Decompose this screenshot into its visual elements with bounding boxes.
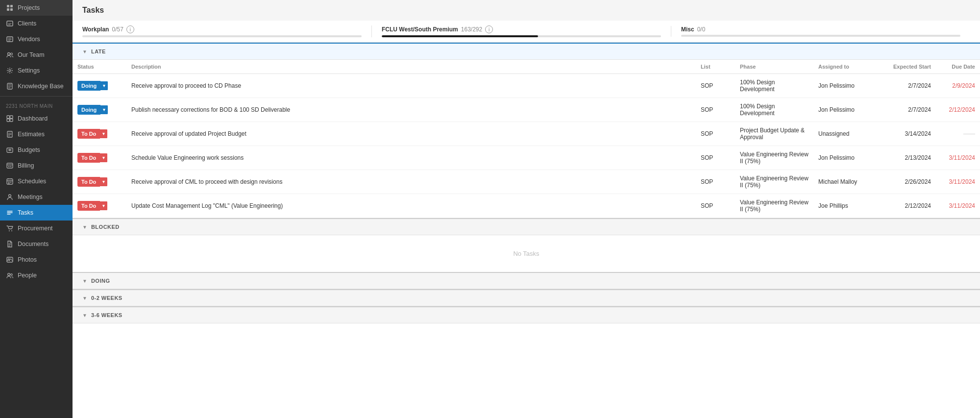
svg-point-8 [9,70,11,72]
svg-rect-15 [7,148,13,152]
col-header-start: Expected Start [882,60,936,74]
chevron-down-icon: ▼ [82,49,87,54]
sidebar-item-tasks[interactable]: Tasks [0,205,73,221]
sidebar-item-procurement[interactable]: Procurement [0,221,73,236]
due-date-value: 3/11/2024 [949,202,975,209]
sidebar-item-budgets[interactable]: Budgets [0,142,73,158]
main-content: Tasks Workplan 0/57 i FCLU West/South Pr… [73,0,980,418]
billing-icon [6,162,14,170]
section-weeks36-label: 3-6 WEEKS [91,312,122,318]
team-icon [6,51,14,59]
status-badge-3[interactable]: To Do ▾ [77,153,107,163]
table-row: To Do ▾ Receive approval of CML to proce… [73,170,980,194]
schedules-icon [6,177,14,185]
project-section-label: 2231 NORTH MAIN [0,98,73,111]
col-header-phase: Phase [735,60,813,74]
task-start-cell: 2/26/2024 [882,170,936,194]
section-weeks02-header[interactable]: ▼ 0-2 WEEKS [73,289,980,306]
status-badge-1[interactable]: Doing ▾ [77,105,108,115]
task-phase-cell: Value Engineering Review II (75%) [735,194,813,218]
section-doing-header[interactable]: ▼ DOING [73,272,980,289]
sidebar-item-label: Procurement [18,225,53,232]
sidebar-item-photos[interactable]: Photos [0,252,73,268]
svg-rect-18 [7,179,13,184]
task-phase-cell: Value Engineering Review II (75%) [735,170,813,194]
chevron-down-icon-blocked: ▼ [82,224,87,230]
sidebar-item-clients[interactable]: Clients [0,16,73,31]
task-start-cell: 3/14/2024 [882,122,936,146]
task-description-cell: Schedule Value Engineering work sessions [126,146,696,170]
col-header-description: Description [126,60,696,74]
svg-rect-10 [7,116,10,119]
chevron-down-icon-weeks36: ▼ [82,313,87,318]
section-late-label: LATE [91,49,106,54]
status-badge-dropdown[interactable]: ▾ [100,201,107,210]
svg-point-7 [11,53,13,55]
section-blocked-header[interactable]: ▼ BLOCKED [73,218,980,235]
section-late-header[interactable]: ▼ LATE [73,43,980,60]
task-list-cell: SOP [696,98,735,122]
status-badge-4[interactable]: To Do ▾ [77,177,107,187]
sidebar-item-meetings[interactable]: Meetings [0,189,73,205]
svg-point-25 [11,274,13,276]
workplan-info-icon[interactable]: i [126,25,134,33]
sidebar-item-dashboard[interactable]: Dashboard [0,111,73,126]
task-status-cell: To Do ▾ [73,170,126,194]
fclu-info-icon[interactable]: i [485,25,493,33]
status-badge-dropdown[interactable]: ▾ [100,129,107,138]
task-status-cell: Doing ▾ [73,74,126,98]
workplan-count: 0/57 [112,26,123,33]
no-tasks-blocked: No Tasks [73,235,980,272]
task-due-cell: 2/9/2024 [936,74,980,98]
svg-rect-11 [10,116,13,119]
sidebar-item-vendors[interactable]: Vendors [0,31,73,47]
sidebar-item-our-team[interactable]: Our Team [0,47,73,63]
sidebar-item-billing[interactable]: Billing [0,158,73,173]
task-start-cell: 2/12/2024 [882,194,936,218]
task-due-cell: 3/11/2024 [936,194,980,218]
status-badge-dropdown[interactable]: ▾ [100,105,108,114]
status-badge-label: Doing [77,105,100,115]
svg-point-24 [8,273,10,276]
sidebar-item-projects[interactable]: Projects [0,0,73,16]
chevron-down-icon-weeks02: ▼ [82,295,87,301]
task-phase-cell: Value Engineering Review II (75%) [735,146,813,170]
divider [0,96,73,97]
task-list-cell: SOP [696,194,735,218]
status-badge-dropdown[interactable]: ▾ [100,81,108,90]
task-status-cell: To Do ▾ [73,146,126,170]
sidebar-item-label: Meetings [18,194,43,200]
status-badge-dropdown[interactable]: ▾ [100,177,107,186]
workplan-label-fclu: FCLU West/South Premium 163/292 i [382,25,661,33]
status-badge-0[interactable]: Doing ▾ [77,81,108,91]
status-badge-dropdown[interactable]: ▾ [100,153,107,162]
task-list-cell: SOP [696,74,735,98]
workplan-section-fclu: FCLU West/South Premium 163/292 i [371,25,671,37]
settings-icon [6,67,14,74]
section-blocked-label: BLOCKED [91,224,120,230]
status-badge-2[interactable]: To Do ▾ [77,129,107,139]
sidebar-item-people[interactable]: People [0,268,73,283]
sidebar-item-label: Dashboard [18,115,48,122]
fclu-progress-bg [382,35,661,37]
svg-rect-0 [7,5,9,7]
sidebar-item-label: Projects [18,4,40,11]
sidebar-item-schedules[interactable]: Schedules [0,173,73,189]
sidebar-item-knowledge-base[interactable]: Knowledge Base [0,78,73,94]
dashboard-icon [6,115,14,123]
sidebar-item-label: People [18,272,37,279]
sidebar-item-settings[interactable]: Settings [0,63,73,78]
status-badge-5[interactable]: To Do ▾ [77,201,107,211]
task-assigned-cell: Joe Phillips [813,194,882,218]
due-date-value: 3/11/2024 [949,154,975,161]
task-due-cell: —— [936,122,980,146]
sidebar-item-documents[interactable]: Documents [0,236,73,252]
section-weeks36-header[interactable]: ▼ 3-6 WEEKS [73,306,980,323]
meetings-icon [6,193,14,201]
task-list-cell: SOP [696,146,735,170]
sidebar-item-estimates[interactable]: Estimates [0,126,73,142]
table-row: Doing ▾ Publish necessary corrections fo… [73,98,980,122]
sidebar-item-label: Schedules [18,178,46,185]
status-badge-label: To Do [77,177,100,187]
task-start-cell: 2/13/2024 [882,146,936,170]
